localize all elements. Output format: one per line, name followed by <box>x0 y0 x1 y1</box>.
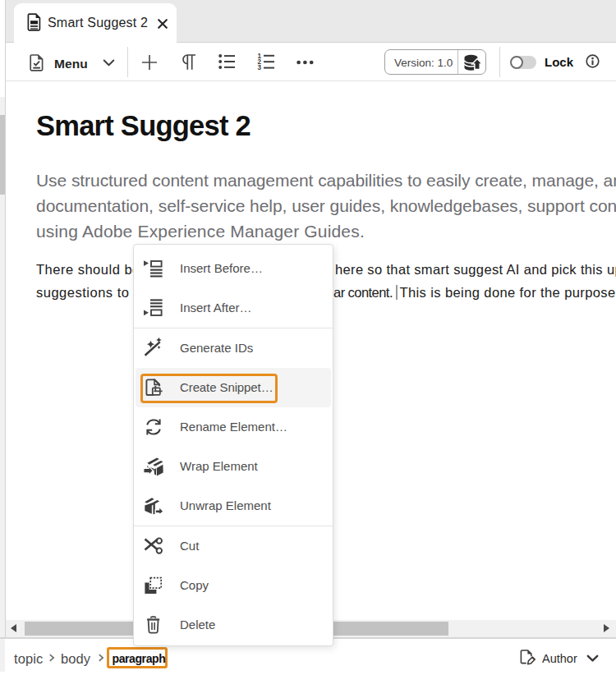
svg-text:3: 3 <box>257 64 261 71</box>
